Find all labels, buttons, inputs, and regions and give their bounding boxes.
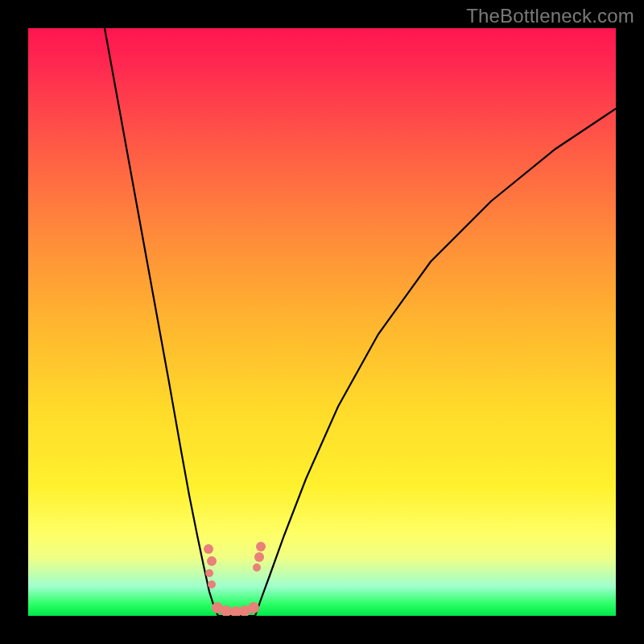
data-marker bbox=[208, 580, 216, 588]
data-marker bbox=[253, 564, 261, 572]
data-marker bbox=[256, 542, 266, 551]
data-marker bbox=[204, 544, 213, 554]
curve-canvas bbox=[28, 28, 616, 616]
curve-left-branch bbox=[105, 28, 218, 616]
chart-frame: TheBottleneck.com bbox=[0, 0, 644, 644]
watermark-text: TheBottleneck.com bbox=[466, 5, 634, 27]
data-marker bbox=[248, 602, 259, 613]
data-marker bbox=[254, 552, 264, 562]
data-marker bbox=[207, 556, 217, 566]
curve-right-branch bbox=[255, 109, 616, 616]
data-marker bbox=[205, 569, 213, 577]
marker-group bbox=[204, 542, 266, 616]
plot-area bbox=[28, 28, 616, 616]
